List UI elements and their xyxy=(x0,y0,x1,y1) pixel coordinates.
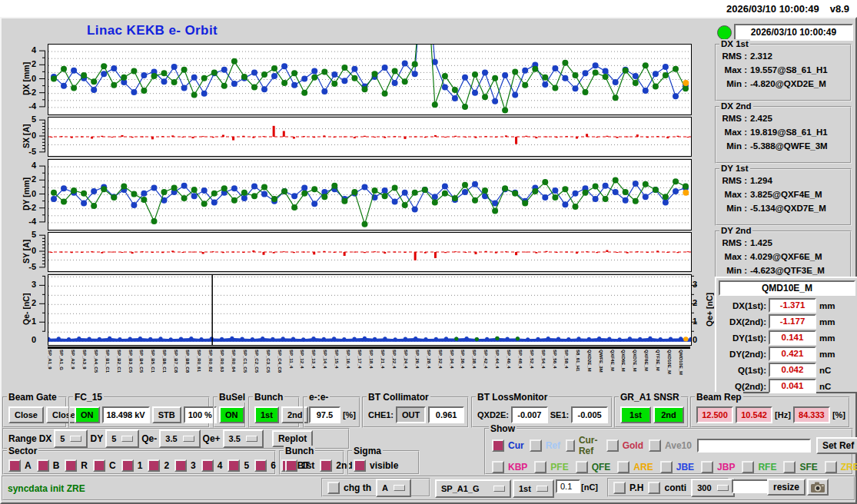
show-item-gold[interactable]: Gold xyxy=(606,439,643,452)
bunch-filter-checkbox-2nd[interactable] xyxy=(320,459,332,472)
gr-a1-2nd-button[interactable]: 2nd xyxy=(653,406,684,423)
show-checkbox-sfe[interactable] xyxy=(783,461,796,473)
fc15-stb-button[interactable]: STB xyxy=(152,406,181,423)
show-checkbox-are[interactable] xyxy=(617,461,629,473)
show-checkbox-cur-ref[interactable] xyxy=(566,439,575,452)
show-checkbox-pfe[interactable] xyxy=(534,461,546,473)
sector-checkbox-4[interactable] xyxy=(201,459,214,472)
chart-dy-plot[interactable] xyxy=(48,159,692,230)
sector-label: B xyxy=(53,460,60,471)
ph-checkbox-item[interactable]: P.H xyxy=(613,482,643,494)
screenshot-button[interactable] xyxy=(807,479,829,496)
show-item-cur-ref[interactable]: Cur-Ref xyxy=(566,435,601,456)
show-checkbox-jbe[interactable] xyxy=(660,461,673,473)
range-qe-minus-select[interactable]: 3.5 xyxy=(159,429,200,448)
show-item-rfe[interactable]: RFE xyxy=(742,461,776,473)
show-label: PFE xyxy=(550,462,568,472)
ph-checkbox[interactable] xyxy=(613,482,626,494)
show-checkbox-rfe[interactable] xyxy=(742,461,754,473)
conti-checkbox[interactable] xyxy=(648,482,660,494)
chg-th-checkbox[interactable] xyxy=(327,482,340,494)
sector-item-2[interactable]: 2 xyxy=(148,459,169,472)
sector-checkbox-c[interactable] xyxy=(93,459,105,472)
sector-item-3[interactable]: 3 xyxy=(174,459,196,472)
replot-button[interactable]: Replot xyxy=(272,430,313,447)
threshold-sector-select[interactable]: A xyxy=(376,479,411,497)
resize-button[interactable]: resize xyxy=(767,479,806,496)
sector-checkbox-b[interactable] xyxy=(37,459,49,472)
show-checkbox-kbp[interactable] xyxy=(492,461,504,473)
show-checkbox-gold[interactable] xyxy=(606,439,619,452)
sector-item-4[interactable]: 4 xyxy=(201,459,223,472)
range-dy-select[interactable]: 5 xyxy=(105,429,139,448)
spare-input[interactable] xyxy=(732,479,770,493)
show-checkbox-qfe[interactable] xyxy=(576,461,588,473)
set-ref-input[interactable] xyxy=(697,439,811,453)
sector-checkbox-r[interactable] xyxy=(65,459,77,472)
sector-label: C xyxy=(109,460,116,471)
che1-state-button[interactable]: OUT xyxy=(396,406,426,423)
sigma-checkbox-visible[interactable] xyxy=(354,459,366,472)
bpm-select[interactable]: SP_A1_G xyxy=(435,479,511,498)
chg-th-checkbox-item[interactable]: chg th xyxy=(327,482,371,494)
bpm-label: SP_36_4 xyxy=(460,350,465,369)
bunch-1st-button[interactable]: 1st xyxy=(254,406,279,423)
chart-dx-plot[interactable] xyxy=(48,44,692,115)
sector-label: 4 xyxy=(218,460,223,471)
show-item-ave10[interactable]: Ave10 xyxy=(649,439,692,452)
charge-threshold-input[interactable] xyxy=(556,479,580,493)
sector-item-a[interactable]: A xyxy=(8,459,32,472)
sector-item-5[interactable]: 5 xyxy=(228,459,249,472)
sector-checkbox-a[interactable] xyxy=(8,459,21,472)
chart-qe-plot[interactable] xyxy=(48,274,692,346)
sector-checkbox-1[interactable] xyxy=(121,459,134,472)
bpm-label: QXD7E_M xyxy=(633,350,637,372)
chart-sx-plot[interactable] xyxy=(48,117,692,157)
chart-sy-plot[interactable] xyxy=(48,232,692,272)
bunch-filter-item-1st[interactable]: 1st xyxy=(285,459,314,472)
y-tick-label: 2 xyxy=(19,174,36,184)
show-checkbox-ref[interactable] xyxy=(530,439,542,452)
show-checkbox-cur[interactable] xyxy=(492,439,504,452)
sigma-item-visible[interactable]: visible xyxy=(354,459,398,472)
sector-item-6[interactable]: 6 xyxy=(254,459,276,472)
show-item-ref[interactable]: Ref xyxy=(530,439,560,452)
sector-item-c[interactable]: C xyxy=(93,459,116,472)
beam-gate-close-button-1[interactable]: Close xyxy=(8,406,44,423)
show-item-jbe[interactable]: JBE xyxy=(660,461,694,473)
sector-item-b[interactable]: B xyxy=(37,459,60,472)
show-item-sfe[interactable]: SFE xyxy=(783,461,817,473)
show-item-jbp[interactable]: JBP xyxy=(701,461,735,473)
fc15-on-button[interactable]: ON xyxy=(75,406,100,423)
stat-line: Min :-4.623@QTF3E_M xyxy=(721,264,847,277)
show-item-cur[interactable]: Cur xyxy=(492,439,524,452)
beam-rep-value-3: 84.333 xyxy=(793,406,830,423)
show-item-are[interactable]: ARE xyxy=(617,461,653,473)
sector-item-1[interactable]: 1 xyxy=(121,459,143,472)
busel-on-button[interactable]: ON xyxy=(219,406,244,423)
show-item-zre[interactable]: ZRE xyxy=(825,461,857,473)
sector-item-r[interactable]: R xyxy=(65,459,88,472)
sector-checkbox-2[interactable] xyxy=(148,459,160,472)
bunch-select[interactable]: 1st xyxy=(513,479,554,498)
show-item-kbp[interactable]: KBP xyxy=(492,461,527,473)
range-qe-plus-select[interactable]: 3.5 xyxy=(223,429,264,448)
range-dx-select[interactable]: 5 xyxy=(54,429,88,448)
points-select[interactable]: 300 xyxy=(691,479,734,497)
show-checkbox-jbp[interactable] xyxy=(701,461,713,473)
sector-checkbox-5[interactable] xyxy=(228,459,240,472)
show-checkbox-ave10[interactable] xyxy=(649,439,661,452)
bunch-filter-label: Bunch xyxy=(284,446,315,456)
sector-checkbox-6[interactable] xyxy=(254,459,267,472)
gr-a1-1st-button[interactable]: 1st xyxy=(620,406,651,423)
show-item-qfe[interactable]: QFE xyxy=(576,461,611,473)
y-axis-ticks xyxy=(38,44,45,114)
y-tick-label: 0 xyxy=(19,189,36,198)
show-checkbox-zre[interactable] xyxy=(825,461,837,473)
show-item-pfe[interactable]: PFE xyxy=(534,461,568,473)
bpm-label: QXF4E_M xyxy=(610,350,615,371)
set-ref-button[interactable]: Set Ref xyxy=(816,437,857,454)
bunch-filter-checkbox-1st[interactable] xyxy=(285,459,297,472)
conti-checkbox-item[interactable]: conti xyxy=(648,482,686,494)
sector-checkbox-3[interactable] xyxy=(174,459,187,472)
